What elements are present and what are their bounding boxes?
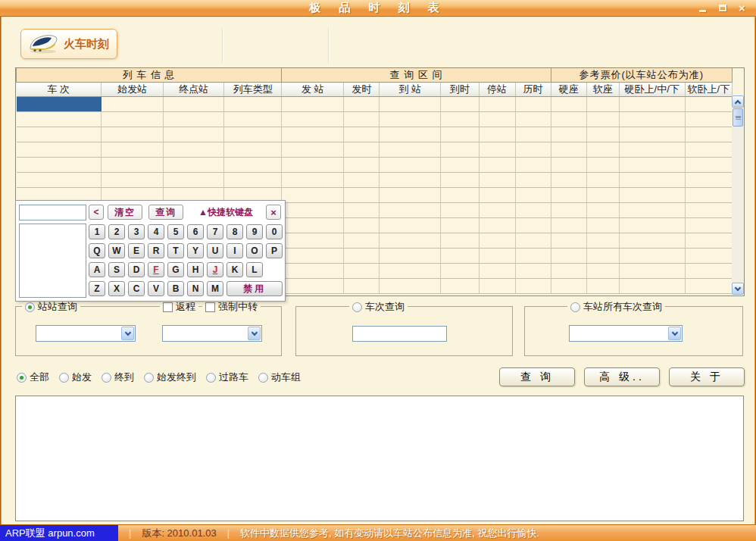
table-row[interactable] [17, 127, 733, 142]
key-N[interactable]: N [187, 281, 204, 296]
column-header[interactable]: 硬卧上/中/下 [619, 83, 685, 97]
key-L[interactable]: L [246, 262, 263, 277]
table-cell[interactable] [441, 218, 479, 233]
key-F[interactable]: F [148, 262, 164, 277]
key-O[interactable]: O [246, 243, 263, 258]
scroll-thumb[interactable] [733, 108, 743, 127]
title-bar[interactable]: 极 品 时 刻 表 × [0, 0, 756, 17]
table-cell[interactable] [441, 158, 479, 173]
key-B[interactable]: B [167, 281, 184, 296]
key-7[interactable]: 7 [207, 224, 223, 239]
key-6[interactable]: 6 [187, 224, 204, 239]
table-cell[interactable] [224, 112, 282, 127]
table-cell[interactable] [380, 279, 441, 294]
table-cell[interactable] [380, 97, 441, 112]
table-cell[interactable] [17, 97, 102, 112]
table-cell[interactable] [380, 112, 441, 127]
table-cell[interactable] [344, 173, 380, 188]
key-D[interactable]: D [128, 262, 145, 277]
combo-arrow-icon[interactable] [121, 327, 134, 340]
table-cell[interactable] [344, 264, 380, 279]
table-cell[interactable] [479, 142, 515, 158]
key-Y[interactable]: Y [187, 243, 204, 258]
table-cell[interactable] [441, 112, 479, 127]
table-cell[interactable] [479, 188, 515, 203]
result-list-box[interactable] [15, 396, 744, 521]
table-cell[interactable] [619, 203, 685, 218]
table-cell[interactable] [619, 264, 685, 279]
clear-button[interactable]: 清空 [108, 205, 142, 220]
table-row[interactable] [17, 112, 733, 127]
table-cell[interactable] [380, 233, 441, 249]
combo-arrow-icon[interactable] [248, 327, 261, 340]
column-header[interactable]: 到时 [441, 83, 479, 97]
table-cell[interactable] [17, 127, 102, 142]
table-cell[interactable] [380, 264, 441, 279]
table-cell[interactable] [551, 97, 586, 112]
table-row[interactable] [17, 97, 733, 112]
table-cell[interactable] [515, 249, 551, 264]
train-timetable-button[interactable]: 火车时刻 [20, 29, 117, 59]
key-Q[interactable]: Q [89, 243, 105, 258]
column-header[interactable]: 终点站 [164, 83, 224, 97]
table-cell[interactable] [344, 142, 380, 158]
table-cell[interactable] [685, 188, 732, 203]
table-cell[interactable] [619, 218, 685, 233]
table-cell[interactable] [380, 188, 441, 203]
table-cell[interactable] [479, 233, 515, 249]
table-cell[interactable] [441, 249, 479, 264]
table-cell[interactable] [479, 218, 515, 233]
table-cell[interactable] [515, 279, 551, 294]
table-cell[interactable] [282, 112, 344, 127]
table-cell[interactable] [344, 233, 380, 249]
table-cell[interactable] [551, 158, 586, 173]
table-cell[interactable] [685, 112, 732, 127]
advanced-button[interactable]: 高 级.. [584, 367, 660, 386]
table-cell[interactable] [685, 142, 732, 158]
table-cell[interactable] [551, 112, 586, 127]
key-M[interactable]: M [207, 281, 223, 296]
key-C[interactable]: C [128, 281, 145, 296]
table-cell[interactable] [102, 127, 164, 142]
query-button[interactable]: 查 询 [499, 367, 575, 386]
column-header[interactable]: 发 站 [282, 83, 344, 97]
table-cell[interactable] [515, 264, 551, 279]
table-cell[interactable] [344, 203, 380, 218]
table-cell[interactable] [441, 264, 479, 279]
table-row[interactable] [17, 173, 733, 188]
table-cell[interactable] [17, 173, 102, 188]
table-cell[interactable] [441, 173, 479, 188]
table-cell[interactable] [380, 218, 441, 233]
table-cell[interactable] [515, 188, 551, 203]
train-no-input[interactable] [352, 326, 447, 342]
table-cell[interactable] [515, 127, 551, 142]
table-cell[interactable] [551, 279, 586, 294]
close-button[interactable]: × [736, 2, 748, 14]
table-cell[interactable] [515, 142, 551, 158]
table-cell[interactable] [282, 249, 344, 264]
column-header[interactable]: 到 站 [380, 83, 441, 97]
table-cell[interactable] [515, 233, 551, 249]
table-cell[interactable] [282, 264, 344, 279]
table-cell[interactable] [102, 142, 164, 158]
scroll-track[interactable] [732, 127, 744, 283]
table-cell[interactable] [685, 173, 732, 188]
table-cell[interactable] [164, 97, 224, 112]
table-cell[interactable] [551, 142, 586, 158]
table-cell[interactable] [515, 203, 551, 218]
table-cell[interactable] [685, 158, 732, 173]
back-button[interactable]: < [89, 205, 104, 220]
table-cell[interactable] [441, 142, 479, 158]
table-cell[interactable] [685, 233, 732, 249]
table-cell[interactable] [619, 127, 685, 142]
table-cell[interactable] [586, 173, 619, 188]
soft-keyboard-toggle[interactable]: ▲快捷软键盘 [198, 206, 253, 219]
filter-option-始发[interactable]: 始发 [59, 371, 92, 384]
station-all-combo[interactable] [569, 325, 683, 342]
table-cell[interactable] [685, 218, 732, 233]
table-cell[interactable] [551, 233, 586, 249]
table-cell[interactable] [685, 279, 732, 294]
table-cell[interactable] [479, 173, 515, 188]
table-cell[interactable] [102, 97, 164, 112]
key-H[interactable]: H [187, 262, 204, 277]
